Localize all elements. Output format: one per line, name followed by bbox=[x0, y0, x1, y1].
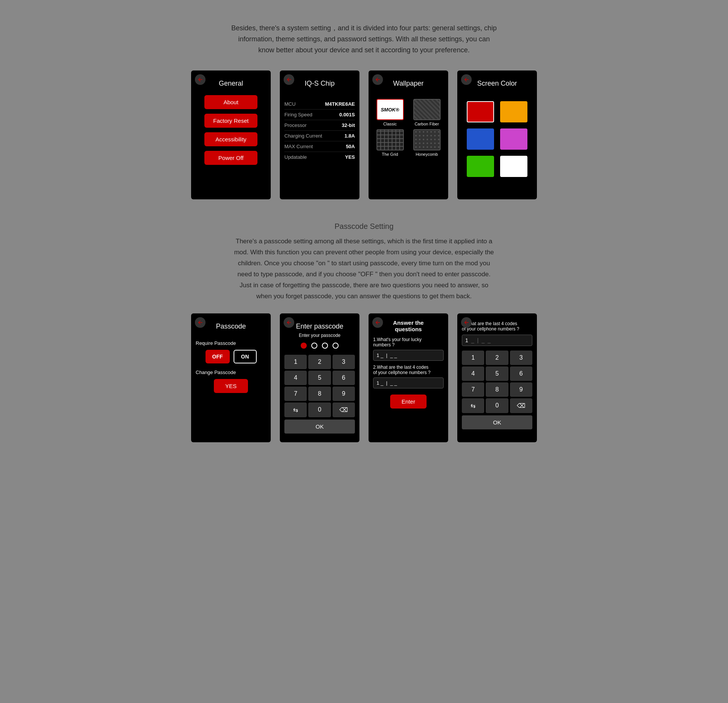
ok-button-enter[interactable]: OK bbox=[284, 420, 355, 434]
num-0[interactable]: 0 bbox=[308, 402, 331, 417]
wallpaper-classic[interactable]: SMOK® Classic bbox=[373, 99, 407, 126]
lp-num-9[interactable]: 9 bbox=[510, 382, 532, 397]
color-white[interactable] bbox=[500, 156, 527, 177]
wallpaper-carbon[interactable]: Carbon Fiber bbox=[410, 99, 444, 126]
color-grid bbox=[467, 101, 527, 177]
passcode-section-title: Passcode Setting bbox=[231, 222, 497, 231]
numpad-enter: 1 2 3 4 5 6 7 8 9 ⇆ 0 ⌫ OK bbox=[284, 355, 355, 434]
lp-num-6[interactable]: 6 bbox=[510, 366, 532, 381]
back-button-last[interactable] bbox=[461, 317, 472, 328]
dot-2 bbox=[311, 343, 317, 349]
num-swap[interactable]: ⇆ bbox=[284, 402, 307, 417]
lp-num-backspace[interactable]: ⌫ bbox=[510, 398, 532, 413]
dot-4 bbox=[333, 343, 339, 349]
lp-num-swap[interactable]: ⇆ bbox=[462, 398, 484, 413]
chip-row-processor: Processor 32-bit bbox=[284, 120, 355, 131]
enter-button[interactable]: Enter bbox=[390, 395, 427, 409]
factory-reset-button[interactable]: Factory Reset bbox=[204, 114, 257, 128]
accessibility-button[interactable]: Accessibility bbox=[204, 132, 257, 146]
lp-num-4[interactable]: 4 bbox=[462, 366, 484, 381]
wallpaper-grid[interactable]: The Grid bbox=[373, 129, 407, 157]
chip-table: MCU M4TKRE6AE Firing Speed 0.001S Proces… bbox=[284, 99, 355, 162]
color-red[interactable] bbox=[467, 101, 494, 122]
passcode-section-text: There's a passcode setting among all the… bbox=[231, 236, 497, 302]
lp-num-3[interactable]: 3 bbox=[510, 351, 532, 365]
back-button-general[interactable] bbox=[195, 74, 206, 85]
numpad-last-row-1: 1 2 3 bbox=[462, 351, 532, 365]
color-blue[interactable] bbox=[467, 128, 494, 150]
chip-row-mcu: MCU M4TKRE6AE bbox=[284, 99, 355, 110]
lp-num-8[interactable]: 8 bbox=[486, 382, 508, 397]
color-green[interactable] bbox=[467, 156, 494, 177]
back-button-screen-color[interactable] bbox=[461, 74, 472, 85]
num-2[interactable]: 2 bbox=[308, 355, 331, 369]
color-purple[interactable] bbox=[500, 128, 527, 150]
enter-passcode-screen: Enter passcode Enter your passcode 1 2 3… bbox=[280, 313, 359, 442]
ok-button-last[interactable]: OK bbox=[462, 415, 532, 429]
enter-passcode-subtitle: Enter your passcode bbox=[299, 333, 340, 338]
toggle-group: OFF ON bbox=[206, 350, 257, 363]
question-2-text: 2.What are the last 4 codesof your cellp… bbox=[373, 365, 430, 375]
back-button-answer[interactable] bbox=[372, 317, 383, 328]
chip-row-firing: Firing Speed 0.001S bbox=[284, 110, 355, 120]
answer-questions-title: Answer thequestions bbox=[393, 319, 424, 332]
general-screen: General About Factory Reset Accessibilit… bbox=[191, 70, 271, 199]
lp-num-2[interactable]: 2 bbox=[486, 351, 508, 365]
num-1[interactable]: 1 bbox=[284, 355, 307, 369]
power-off-button[interactable]: Power Off bbox=[204, 151, 257, 165]
yes-button[interactable]: YES bbox=[214, 379, 248, 393]
chip-row-charging: Charging Current 1.8A bbox=[284, 131, 355, 141]
lp-num-5[interactable]: 5 bbox=[486, 366, 508, 381]
dot-1 bbox=[301, 343, 307, 349]
intro-text: Besides, there's a system setting，and it… bbox=[231, 23, 497, 55]
num-backspace[interactable]: ⌫ bbox=[333, 402, 355, 417]
lp-input-row: 1 _ | _ _ bbox=[462, 335, 532, 346]
screen-color-screen: Screen Color bbox=[457, 70, 537, 199]
num-8[interactable]: 8 bbox=[308, 387, 331, 401]
wallpaper-honeycomb-thumb bbox=[413, 129, 441, 150]
about-button[interactable]: About bbox=[204, 95, 257, 109]
dot-3 bbox=[322, 343, 328, 349]
num-3[interactable]: 3 bbox=[333, 355, 355, 369]
numpad-row-3: 7 8 9 bbox=[284, 387, 355, 401]
numpad-row-4: ⇆ 0 ⌫ bbox=[284, 402, 355, 417]
answer-2-input[interactable] bbox=[373, 377, 444, 388]
numpad-last-row-3: 7 8 9 bbox=[462, 382, 532, 397]
wallpaper-classic-thumb: SMOK® bbox=[377, 99, 404, 120]
passcode-main-screen: Passcode Require Passcode OFF ON Change … bbox=[191, 313, 271, 442]
color-orange[interactable] bbox=[500, 101, 527, 122]
lp-num-1[interactable]: 1 bbox=[462, 351, 484, 365]
numpad-last: 1 2 3 4 5 6 7 8 9 ⇆ 0 ⌫ OK bbox=[462, 351, 532, 429]
numpad-last-row-2: 4 5 6 bbox=[462, 366, 532, 381]
num-5[interactable]: 5 bbox=[308, 371, 331, 385]
change-passcode-label: Change Passcode bbox=[196, 370, 236, 375]
passcode-dots bbox=[301, 343, 339, 349]
lp-num-7[interactable]: 7 bbox=[462, 382, 484, 397]
answer-1-input[interactable] bbox=[373, 350, 444, 361]
lp-num-0[interactable]: 0 bbox=[486, 398, 508, 413]
require-passcode-label: Require Passcode bbox=[196, 340, 236, 346]
wallpaper-honeycomb[interactable]: Honeycomb bbox=[410, 129, 444, 157]
on-toggle-button[interactable]: ON bbox=[234, 350, 257, 363]
back-button-passcode[interactable] bbox=[195, 317, 206, 328]
screen-color-title: Screen Color bbox=[477, 80, 517, 88]
enter-passcode-title: Enter passcode bbox=[296, 323, 343, 330]
chip-screen: IQ-S Chip MCU M4TKRE6AE Firing Speed 0.0… bbox=[280, 70, 359, 199]
num-4[interactable]: 4 bbox=[284, 371, 307, 385]
wallpaper-screen: Wallpaper SMOK® Classic Carbon Fiber The… bbox=[369, 70, 448, 199]
wallpaper-grid-thumb bbox=[377, 129, 404, 150]
back-button-enter-passcode[interactable] bbox=[284, 317, 294, 328]
num-6[interactable]: 6 bbox=[333, 371, 355, 385]
last-passcode-screen: 2.What are the last 4 codesof your cellp… bbox=[457, 313, 537, 442]
wallpaper-grid: SMOK® Classic Carbon Fiber The Grid Hone… bbox=[373, 99, 444, 157]
back-button-wallpaper[interactable] bbox=[372, 74, 383, 85]
numpad-row-2: 4 5 6 bbox=[284, 371, 355, 385]
num-7[interactable]: 7 bbox=[284, 387, 307, 401]
num-9[interactable]: 9 bbox=[333, 387, 355, 401]
passcode-main-title: Passcode bbox=[216, 323, 246, 330]
chip-row-max-current: MAX Current 50A bbox=[284, 141, 355, 152]
off-toggle-button[interactable]: OFF bbox=[206, 350, 230, 363]
numpad-row-1: 1 2 3 bbox=[284, 355, 355, 369]
screens-row-2: Passcode Require Passcode OFF ON Change … bbox=[191, 313, 537, 442]
back-button-chip[interactable] bbox=[284, 74, 294, 85]
